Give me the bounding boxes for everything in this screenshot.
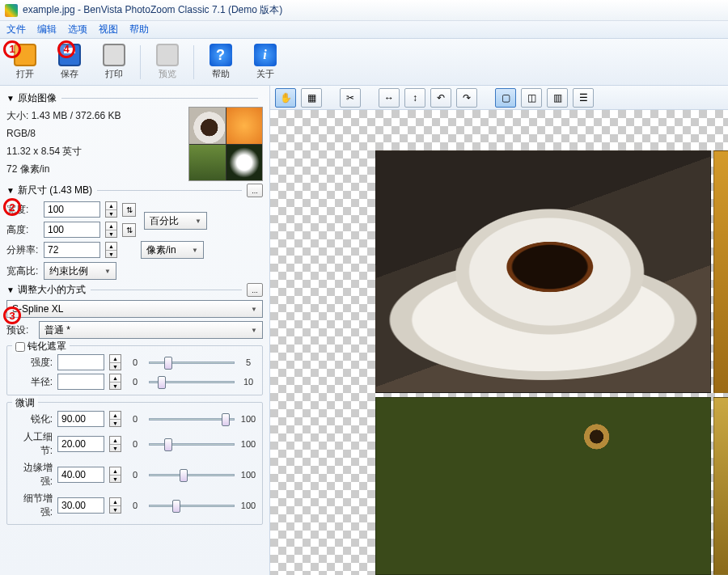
flip-v-icon: ↕: [413, 92, 417, 104]
fine-slider[interactable]: [149, 498, 235, 513]
view-toolbar: ✋ ▦ ✂ ↔ ↕ ↶ ↷ ▢ ◫ ▥ ☰: [270, 86, 728, 110]
strength-slider[interactable]: [149, 355, 235, 370]
save-button[interactable]: 4 保存: [51, 42, 87, 82]
title-bar: example.jpg - BenVista PhotoZoom Classic…: [0, 0, 728, 21]
preview-image-frog: [375, 397, 711, 575]
resolution-unit-combo[interactable]: 像素/in▼: [141, 241, 204, 259]
fine-label: 细节增强:: [12, 492, 53, 519]
original-metadata: 大小: 1.43 MB / 372.66 KB RGB/8 11.32 x 8.…: [6, 107, 184, 181]
menu-help[interactable]: 帮助: [129, 23, 149, 36]
flip-vertical-button[interactable]: ↕: [404, 88, 425, 108]
strength-spinner[interactable]: ▲▼: [109, 354, 121, 370]
unsharp-checkbox[interactable]: [15, 342, 25, 352]
help-button[interactable]: ? 帮助: [202, 42, 239, 82]
toolbar-separator: [140, 45, 141, 79]
detail-label: 人工细节:: [12, 430, 53, 458]
layout-grid-button[interactable]: ☰: [573, 88, 594, 108]
about-button[interactable]: i 关于: [247, 42, 283, 82]
resize-method-options-button[interactable]: ...: [247, 283, 263, 297]
menu-options[interactable]: 选项: [68, 23, 87, 36]
window-title: example.jpg - BenVista PhotoZoom Classic…: [23, 3, 282, 17]
menu-file[interactable]: 文件: [6, 23, 26, 36]
original-size: 大小: 1.43 MB / 372.66 KB: [6, 107, 184, 125]
app-icon: [5, 4, 18, 17]
sharpen-label: 锐化:: [12, 412, 53, 426]
fine-input[interactable]: [57, 497, 104, 514]
width-input[interactable]: [44, 201, 100, 218]
preview-image-flower: [713, 397, 728, 575]
aspect-combo[interactable]: 约束比例▼: [44, 262, 116, 280]
height-label: 高度:: [6, 223, 39, 237]
original-dpi: 72 像素/in: [6, 160, 184, 178]
radius-slider[interactable]: [149, 374, 235, 389]
resolution-input[interactable]: [44, 242, 100, 258]
main-toolbar: 1 打开 4 保存 打印 预览 ? 帮助 i 关于: [0, 39, 728, 86]
newsize-section-header[interactable]: ▼ 新尺寸 (1.43 MB) ...: [6, 184, 263, 197]
flip-h-icon: ↔: [384, 92, 394, 104]
unsharp-group: 钝化遮罩 强度: ▲▼ 0 5 半径: ▲▼ 0 10: [6, 345, 263, 395]
width-spinner[interactable]: ▲▼: [105, 201, 117, 218]
link-aspect-icon[interactable]: ⇅: [122, 203, 136, 217]
preview-panel: ✋ ▦ ✂ ↔ ↕ ↶ ↷ ▢ ◫ ▥ ☰: [270, 86, 728, 575]
edge-spinner[interactable]: ▲▼: [109, 467, 121, 483]
hand-icon: ✋: [280, 92, 292, 104]
rotate-ccw-button[interactable]: ↶: [430, 88, 451, 108]
fine-spinner[interactable]: ▲▼: [109, 497, 121, 514]
edge-input[interactable]: [57, 467, 104, 483]
detail-slider[interactable]: [149, 437, 235, 451]
rotate-cw-button[interactable]: ↷: [456, 88, 477, 108]
toolbar-separator: [193, 45, 194, 79]
preset-combo[interactable]: 普通 *▼: [39, 321, 263, 339]
menu-edit[interactable]: 编辑: [37, 23, 57, 36]
crop-tool-button[interactable]: ✂: [340, 88, 361, 108]
original-mode: RGB/8: [6, 125, 184, 142]
detail-input[interactable]: [57, 436, 104, 452]
strength-label: 强度:: [12, 356, 53, 370]
height-spinner[interactable]: ▲▼: [105, 222, 117, 238]
marquee-icon: ▦: [307, 92, 316, 104]
collapse-icon: ▼: [6, 186, 15, 195]
original-section-header[interactable]: ▼ 原始图像: [6, 91, 263, 105]
flip-horizontal-button[interactable]: ↔: [379, 88, 400, 108]
height-input[interactable]: [44, 222, 100, 238]
sharpen-slider[interactable]: [149, 412, 235, 426]
crop-icon: ✂: [346, 92, 354, 104]
layout-single-button[interactable]: ▢: [495, 88, 516, 108]
original-dims: 11.32 x 8.54 英寸: [6, 142, 184, 160]
radius-label: 半径:: [12, 375, 53, 389]
detail-spinner[interactable]: ▲▼: [109, 436, 121, 452]
link-aspect-icon[interactable]: ⇅: [122, 223, 136, 237]
pan-tool-button[interactable]: ✋: [275, 88, 296, 108]
about-icon: i: [254, 44, 277, 66]
algorithm-combo[interactable]: S-Spline XL▼: [6, 300, 263, 318]
layout-grid-icon: ☰: [579, 92, 588, 104]
edge-slider[interactable]: [149, 467, 235, 482]
newsize-options-button[interactable]: ...: [247, 184, 263, 197]
annotation-2: 2: [3, 198, 21, 216]
preview-canvas[interactable]: [270, 110, 728, 575]
aspect-label: 宽高比:: [6, 264, 39, 278]
resize-method-header[interactable]: ▼ 调整大小的方式 ...: [6, 283, 263, 297]
collapse-icon: ▼: [6, 285, 15, 294]
menu-view[interactable]: 视图: [99, 23, 118, 36]
sharpen-input[interactable]: [57, 411, 104, 427]
layout-single-icon: ▢: [502, 92, 510, 104]
rotate-ccw-icon: ↶: [437, 92, 445, 104]
marquee-tool-button[interactable]: ▦: [301, 88, 322, 108]
rotate-cw-icon: ↷: [463, 92, 471, 104]
open-button[interactable]: 1 打开: [6, 42, 43, 82]
layout-split-h-button[interactable]: ◫: [521, 88, 542, 108]
radius-spinner[interactable]: ▲▼: [109, 374, 121, 390]
sharpen-spinner[interactable]: ▲▼: [109, 411, 121, 427]
finetune-group: 微调 锐化: ▲▼ 0 100 人工细节: ▲▼ 0 100 边缘增强:: [6, 402, 263, 525]
radius-input[interactable]: [57, 374, 104, 390]
print-button[interactable]: 打印: [95, 42, 132, 82]
original-thumbnail: [188, 107, 263, 181]
strength-input[interactable]: [57, 354, 104, 370]
layout-split-v-button[interactable]: ▥: [547, 88, 568, 108]
edge-label: 边缘增强:: [12, 461, 53, 488]
preview-button[interactable]: 预览: [149, 42, 185, 82]
resolution-spinner[interactable]: ▲▼: [105, 242, 117, 258]
layout-split-h-icon: ◫: [527, 92, 536, 104]
print-icon: [103, 44, 125, 66]
